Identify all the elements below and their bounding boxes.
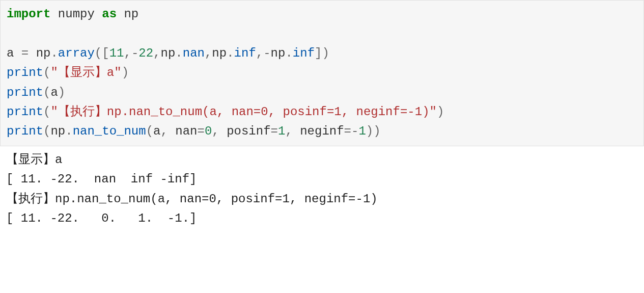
op-bracket-open: [ xyxy=(102,46,109,60)
code-line-3: a = np.array([11,-22,np.nan,np.inf,-np.i… xyxy=(7,46,329,60)
op-comma: , xyxy=(256,46,263,60)
space xyxy=(219,124,227,138)
num-11: 11 xyxy=(109,46,124,60)
output-line-2: [ 11. -22. nan inf -inf] xyxy=(6,172,197,186)
attr-inf: inf xyxy=(234,46,256,60)
keyword-as: as xyxy=(102,7,117,21)
id-np: np xyxy=(161,46,176,60)
var-a: a xyxy=(50,86,58,99)
fn-print: print xyxy=(7,124,43,138)
space xyxy=(29,46,36,60)
op-comma: , xyxy=(285,124,292,138)
string-literal: "【显示】a" xyxy=(50,66,121,79)
var-a: a xyxy=(7,46,14,60)
id-np: np xyxy=(50,124,65,138)
op-minus: - xyxy=(131,46,138,60)
space xyxy=(50,7,58,21)
op-comma: , xyxy=(212,124,219,138)
op-paren-close: ) xyxy=(373,124,380,138)
num-22: 22 xyxy=(138,46,153,60)
module-numpy: numpy xyxy=(58,7,95,21)
op-comma: , xyxy=(205,46,212,60)
keyword-import: import xyxy=(7,7,50,21)
op-paren-close: ) xyxy=(122,66,129,79)
op-assign: = xyxy=(271,124,278,138)
space xyxy=(293,124,300,138)
id-np: np xyxy=(271,46,286,60)
fn-print: print xyxy=(7,105,43,119)
kw-nan: nan xyxy=(175,124,197,138)
op-dot: . xyxy=(285,46,292,60)
num-1: 1 xyxy=(358,124,366,138)
op-dot: . xyxy=(175,46,182,60)
alias-np: np xyxy=(124,7,138,21)
code-line-6: print("【执行】np.nan_to_num(a, nan=0, posin… xyxy=(7,105,444,119)
op-bracket-close: ] xyxy=(315,46,322,60)
code-line-1: import numpy as np xyxy=(7,7,138,21)
num-1: 1 xyxy=(278,124,285,138)
op-comma: , xyxy=(153,46,160,60)
output-line-4: [ 11. -22. 0. 1. -1.] xyxy=(6,211,197,225)
code-line-4: print("【显示】a") xyxy=(7,66,129,79)
op-comma: , xyxy=(124,46,131,60)
fn-print: print xyxy=(7,86,43,99)
code-line-7: print(np.nan_to_num(a, nan=0, posinf=1, … xyxy=(7,124,381,138)
var-a: a xyxy=(153,124,160,138)
attr-inf: inf xyxy=(293,46,315,60)
op-dot: . xyxy=(50,46,58,60)
op-dot: . xyxy=(227,46,234,60)
fn-array: array xyxy=(58,46,95,60)
op-paren-open: ( xyxy=(146,124,153,138)
op-paren-open: ( xyxy=(43,105,50,119)
output-block: 【显示】a [ 11. -22. nan inf -inf] 【执行】np.na… xyxy=(0,146,644,233)
output-line-3: 【执行】np.nan_to_num(a, nan=0, posinf=1, ne… xyxy=(6,192,378,206)
op-paren-close: ) xyxy=(437,105,444,119)
op-minus: - xyxy=(351,124,358,138)
kw-posinf: posinf xyxy=(227,124,270,138)
op-assign: = xyxy=(198,124,205,138)
attr-nan: nan xyxy=(183,46,205,60)
op-paren-close: ) xyxy=(322,46,329,60)
fn-print: print xyxy=(7,66,43,79)
space xyxy=(95,7,102,21)
code-block: import numpy as np a = np.array([11,-22,… xyxy=(0,0,644,146)
op-paren-open: ( xyxy=(43,86,50,99)
op-minus: - xyxy=(263,46,270,60)
code-line-5: print(a) xyxy=(7,86,65,99)
op-paren-close: ) xyxy=(58,86,65,99)
op-paren-open: ( xyxy=(43,66,50,79)
string-literal: "【执行】np.nan_to_num(a, nan=0, posinf=1, n… xyxy=(50,105,437,119)
op-assign: = xyxy=(344,124,351,138)
space xyxy=(168,124,175,138)
op-paren-close: ) xyxy=(366,124,373,138)
op-paren-open: ( xyxy=(43,124,50,138)
id-np: np xyxy=(212,46,227,60)
kw-neginf: neginf xyxy=(300,124,344,138)
op-paren-open: ( xyxy=(95,46,102,60)
output-line-1: 【显示】a xyxy=(6,153,62,167)
space xyxy=(14,46,21,60)
space xyxy=(117,7,124,21)
op-comma: , xyxy=(160,124,167,138)
num-0: 0 xyxy=(205,124,212,138)
op-assign: = xyxy=(21,46,29,60)
fn-nan-to-num: nan_to_num xyxy=(73,124,146,138)
id-np: np xyxy=(36,46,51,60)
op-dot: . xyxy=(65,124,72,138)
